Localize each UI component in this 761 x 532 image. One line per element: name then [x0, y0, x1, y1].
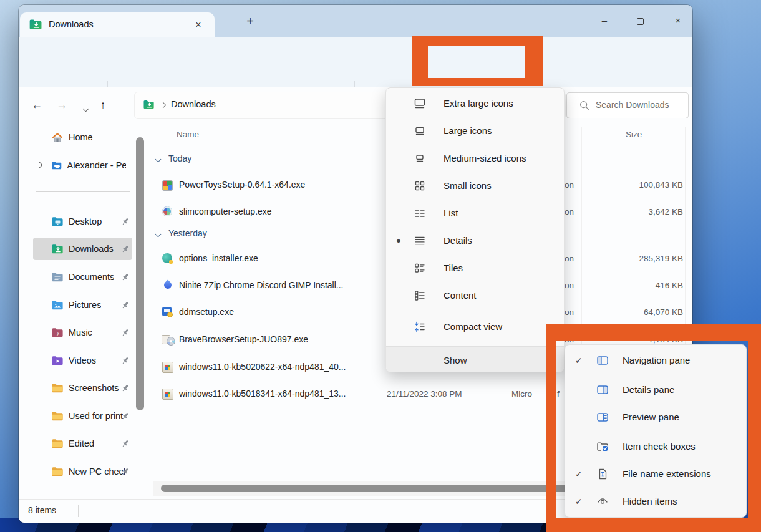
menu-item-large-icons[interactable]: Large icons	[386, 117, 564, 145]
file-size: 100,843 KB	[577, 180, 683, 190]
sidebar-scrollbar[interactable]	[136, 137, 144, 410]
new-tab-button[interactable]: +	[241, 12, 259, 31]
pin-icon	[121, 439, 130, 448]
file-name: Ninite 7Zip Chrome Discord GIMP Install.…	[179, 280, 344, 290]
maximize-icon	[637, 18, 644, 25]
breadcrumb-item[interactable]: Downloads	[171, 99, 216, 109]
expand-chevron-icon[interactable]	[37, 162, 43, 168]
pin-icon	[121, 273, 130, 281]
slimcomputer-icon	[162, 206, 172, 216]
pin-icon	[121, 217, 130, 226]
file-name: PowerToysSetup-0.64.1-x64.exe	[179, 180, 305, 190]
sidebar-item-screenshots[interactable]: Screenshots	[51, 377, 126, 399]
tab-title: Downloads	[49, 19, 94, 29]
file-type-fragment: on	[565, 254, 574, 263]
sidebar-item-desktop[interactable]: Desktop	[51, 210, 126, 233]
search-placeholder: Search Downloads	[596, 100, 669, 110]
pictures-folder-icon	[51, 299, 64, 311]
sidebar-divider	[36, 191, 130, 192]
collapse-chevron-icon[interactable]	[155, 231, 162, 238]
installer-disc-icon	[167, 337, 175, 346]
list-view-icon	[414, 207, 426, 220]
details-view-icon	[414, 235, 426, 247]
menu-item-label: Small icons	[444, 172, 492, 200]
group-header-yesterday[interactable]: Yesterday	[153, 226, 402, 243]
menu-item-label: Show	[444, 347, 467, 374]
sidebar-item-label: Downloads	[69, 244, 114, 254]
annotation-highlight-show-submenu	[546, 324, 761, 532]
videos-folder-icon	[51, 355, 64, 366]
sidebar-item-home[interactable]: Home	[51, 126, 126, 148]
group-header-today[interactable]: Today	[153, 152, 402, 168]
menu-item-label: Details	[444, 227, 472, 254]
file-name: slimcomputer-setup.exe	[179, 206, 272, 216]
sidebar-item-label: Pictures	[69, 300, 101, 310]
menu-item-extra-large-icons[interactable]: Extra large icons	[386, 90, 564, 117]
minimize-button[interactable]: –	[591, 11, 618, 30]
tab-downloads[interactable]: Downloads ×	[20, 12, 215, 37]
ddm-setup-icon	[162, 307, 172, 316]
sidebar-item-downloads[interactable]: Downloads	[51, 238, 126, 260]
sidebar-item-documents[interactable]: Documents	[51, 266, 126, 288]
sidebar-item-pictures[interactable]: Pictures	[51, 294, 126, 316]
menu-item-medium-icons[interactable]: Medium-sized icons	[386, 145, 564, 172]
menu-item-compact-view[interactable]: Compact view	[386, 313, 564, 341]
breadcrumb-chevron-icon	[160, 102, 167, 109]
extra-large-icons-icon	[414, 97, 426, 110]
pin-icon	[121, 384, 130, 392]
column-header-name[interactable]: Name	[177, 130, 199, 139]
sidebar-item-label: Edited	[69, 438, 94, 448]
menu-item-label: Extra large icons	[444, 90, 513, 117]
sidebar-item-edited[interactable]: Edited	[51, 432, 126, 455]
menu-item-small-icons[interactable]: Small icons	[386, 172, 564, 200]
close-button[interactable]: ×	[665, 11, 691, 30]
documents-folder-icon	[51, 271, 64, 283]
file-name: options_installer.exe	[179, 253, 258, 263]
sidebar-item-label: Videos	[69, 355, 96, 365]
sidebar-item-label: New PC checl	[69, 467, 125, 476]
downloads-folder-icon	[29, 18, 42, 31]
menu-item-label: Content	[444, 282, 477, 309]
file-type-fragment: on	[565, 180, 574, 190]
menu-item-label: Large icons	[444, 117, 492, 145]
ninite-drop-icon	[163, 280, 173, 291]
column-header-size[interactable]: Size	[626, 130, 642, 139]
file-name: BraveBrowserSetup-JUO897.exe	[179, 334, 308, 344]
menu-item-label: List	[444, 200, 458, 227]
sidebar-item-new-pc-checklist[interactable]: New PC checl	[51, 460, 126, 483]
pin-icon	[121, 328, 130, 337]
search-icon	[578, 99, 591, 112]
desktop-folder-icon	[51, 216, 64, 227]
folder-icon	[51, 382, 64, 394]
up-button[interactable]: ↑	[94, 95, 112, 114]
sidebar-item-music[interactable]: ♪ Music	[51, 321, 126, 344]
search-box[interactable]: Search Downloads	[566, 92, 689, 118]
medium-icons-icon	[414, 152, 426, 165]
status-divider	[78, 505, 79, 517]
sidebar-item-used-for-print[interactable]: Used for print	[51, 405, 126, 427]
menu-item-content[interactable]: Content	[386, 282, 564, 309]
sidebar-item-videos[interactable]: Videos	[51, 349, 126, 372]
items-count: 8 items	[28, 505, 56, 515]
windows-installer-icon	[162, 362, 173, 373]
large-icons-icon	[414, 125, 426, 137]
forward-button[interactable]: →	[52, 95, 71, 114]
back-button[interactable]: ←	[27, 95, 46, 114]
menu-item-details[interactable]: ● Details	[386, 227, 564, 254]
menu-item-list[interactable]: List	[386, 200, 564, 227]
file-size: 416 KB	[577, 281, 683, 290]
svg-text:♪: ♪	[56, 330, 59, 337]
menu-item-show[interactable]: Show	[386, 346, 564, 372]
file-type-fragment: on	[565, 307, 574, 317]
maximize-button[interactable]	[627, 11, 653, 30]
sidebar-item-onedrive[interactable]: Alexander - Pers	[51, 154, 126, 177]
recent-locations-button[interactable]	[76, 98, 95, 117]
tab-close-icon[interactable]: ×	[190, 17, 207, 33]
menu-item-tiles[interactable]: Tiles	[386, 254, 564, 282]
downloads-folder-icon	[51, 243, 64, 254]
menu-item-label: Compact view	[444, 313, 502, 341]
small-icons-icon	[414, 180, 426, 192]
collapse-chevron-icon[interactable]	[155, 157, 162, 163]
folder-icon	[51, 438, 64, 449]
command-bar: New A Sort View	[19, 37, 692, 88]
